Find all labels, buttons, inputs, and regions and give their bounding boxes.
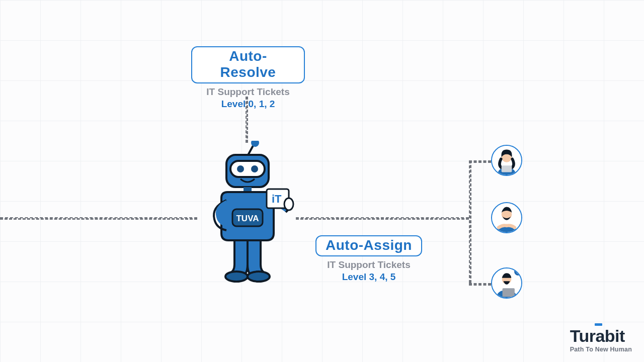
auto-resolve-callout: Auto-Resolve IT Support Tickets Level 0,… bbox=[191, 46, 305, 110]
svg-point-9 bbox=[284, 198, 293, 210]
svg-rect-14 bbox=[502, 165, 512, 172]
auto-assign-callout: Auto-Assign IT Support Tickets Level 3, … bbox=[312, 235, 426, 283]
connector-agent-3 bbox=[469, 283, 491, 286]
connector-left bbox=[0, 217, 197, 220]
svg-rect-19 bbox=[503, 288, 515, 297]
agent-badge: 1 bbox=[513, 267, 522, 277]
brand-name: Turabit bbox=[570, 327, 632, 344]
connector-agents-trunk bbox=[469, 160, 471, 283]
brand-name-accent: a bbox=[595, 326, 604, 345]
connector-agent-1 bbox=[469, 160, 491, 163]
brand-logo: Turabit Path To New Human bbox=[570, 327, 632, 353]
brand-name-part3: bit bbox=[605, 326, 625, 345]
svg-rect-3 bbox=[230, 161, 265, 177]
svg-point-10 bbox=[225, 272, 248, 282]
robot-card-label: iT bbox=[272, 193, 282, 205]
connector-right-main bbox=[296, 217, 469, 220]
auto-assign-subtitle: IT Support Tickets bbox=[312, 259, 426, 270]
robot-tuva: TUVA iT bbox=[197, 141, 298, 287]
auto-resolve-title: Auto-Resolve bbox=[191, 46, 305, 83]
agent-avatar-2 bbox=[491, 202, 522, 233]
auto-assign-levels: Level 3, 4, 5 bbox=[312, 272, 426, 283]
brand-name-part1: Tur bbox=[570, 326, 596, 345]
brand-tagline: Path To New Human bbox=[570, 346, 632, 353]
auto-assign-title: Auto-Assign bbox=[315, 235, 422, 256]
robot-body-label: TUVA bbox=[236, 214, 259, 223]
svg-point-11 bbox=[248, 272, 270, 282]
svg-point-4 bbox=[237, 165, 244, 172]
auto-resolve-subtitle: IT Support Tickets bbox=[191, 86, 305, 98]
agent-avatar-1 bbox=[491, 145, 522, 176]
background-grid bbox=[0, 0, 644, 362]
agent-avatar-3: 1 bbox=[491, 267, 522, 299]
svg-point-5 bbox=[251, 165, 258, 172]
auto-resolve-levels: Level 0, 1, 2 bbox=[191, 99, 305, 110]
